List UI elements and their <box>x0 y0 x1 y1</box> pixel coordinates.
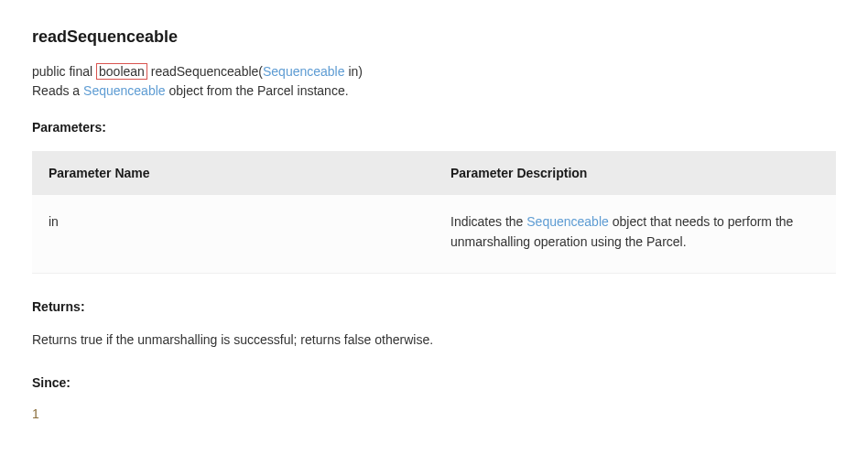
column-header-name: Parameter Name <box>32 151 434 195</box>
method-title: readSequenceable <box>32 27 836 47</box>
param-desc-prefix: Indicates the <box>450 214 526 229</box>
param-desc-cell: Indicates the Sequenceable object that n… <box>434 195 836 273</box>
description-prefix: Reads a <box>32 83 83 98</box>
description-link[interactable]: Sequenceable <box>83 83 166 98</box>
signature-prefix: public final <box>32 64 96 79</box>
signature-return-type: boolean <box>96 63 147 80</box>
param-desc-link[interactable]: Sequenceable <box>526 214 609 229</box>
signature-param-name: in) <box>345 64 363 79</box>
returns-text: Returns true if the unmarshalling is suc… <box>32 330 836 350</box>
param-name-cell: in <box>32 195 434 273</box>
param-type-link[interactable]: Sequenceable <box>263 64 345 79</box>
since-heading: Since: <box>32 375 836 390</box>
column-header-desc: Parameter Description <box>434 151 836 195</box>
parameters-table: Parameter Name Parameter Description in … <box>32 151 836 274</box>
table-row: in Indicates the Sequenceable object tha… <box>32 195 836 273</box>
method-signature: public final boolean readSequenceable(Se… <box>32 63 836 80</box>
returns-heading: Returns: <box>32 299 836 314</box>
method-description: Reads a Sequenceable object from the Par… <box>32 83 836 98</box>
signature-mid: readSequenceable( <box>147 64 263 79</box>
since-value: 1 <box>32 406 836 421</box>
description-suffix: object from the Parcel instance. <box>166 83 349 98</box>
parameters-heading: Parameters: <box>32 120 836 135</box>
